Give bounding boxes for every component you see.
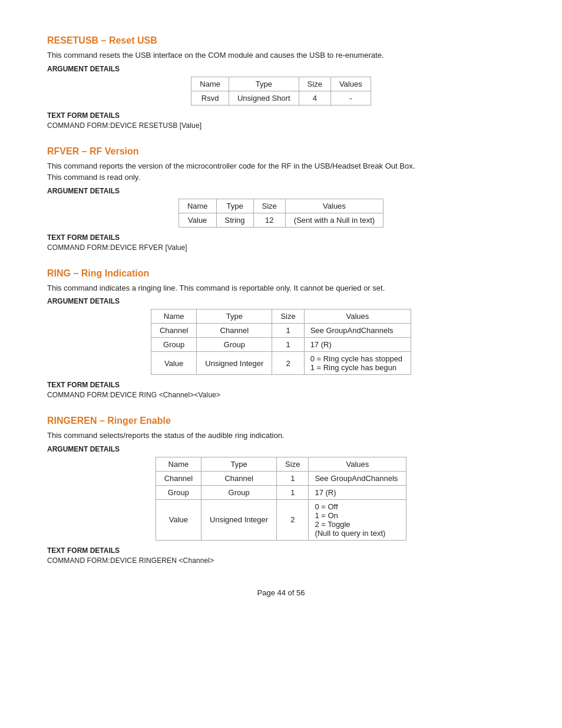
page-footer: Page 44 of 56 <box>47 588 515 597</box>
td-type: Unsigned Short <box>229 91 299 105</box>
table-wrapper-ringeren: Name Type Size Values Channel Channel 1 … <box>47 457 515 541</box>
td-size: 1 <box>277 471 309 485</box>
table-resetusb: Name Type Size Values Rsvd Unsigned Shor… <box>191 77 371 106</box>
table-row: Value Unsigned Integer 2 0 = Ring cycle … <box>151 352 411 375</box>
th-type-rfver: Type <box>216 199 253 213</box>
text-form-label-resetusb: TEXT FORM DETAILS <box>47 111 515 120</box>
text-form-label-ring: TEXT FORM DETAILS <box>47 381 515 389</box>
td-size: 1 <box>272 338 304 352</box>
text-form-value-rfver: COMMAND FORM:DEVICE RFVER [Value] <box>47 243 515 252</box>
td-type: Group <box>201 485 277 499</box>
th-name-ring: Name <box>151 309 196 324</box>
td-type: Unsigned Integer <box>201 499 277 540</box>
table-wrapper-resetusb: Name Type Size Values Rsvd Unsigned Shor… <box>47 77 515 106</box>
section-title-ringeren: RINGEREN – Ringer Enable <box>47 416 515 426</box>
th-type-ringeren: Type <box>201 457 277 471</box>
th-type-resetusb: Type <box>229 77 299 91</box>
table-ring: Name Type Size Values Channel Channel 1 … <box>151 309 411 375</box>
th-size-resetusb: Size <box>299 77 330 91</box>
td-name: Value <box>178 213 216 227</box>
td-size: 2 <box>277 499 309 540</box>
th-size-rfver: Size <box>253 199 285 213</box>
td-values: 0 = Off 1 = On 2 = Toggle (Null to query… <box>309 499 406 540</box>
th-name-rfver: Name <box>178 199 216 213</box>
text-form-value-resetusb: COMMAND FORM:DEVICE RESETUSB [Value] <box>47 121 515 130</box>
th-values-resetusb: Values <box>330 77 371 91</box>
table-row: Channel Channel 1 See GroupAndChannels <box>151 324 411 338</box>
section-ring: RING – Ring Indication This command indi… <box>47 268 515 400</box>
td-size: 1 <box>272 324 304 338</box>
td-size: 1 <box>277 485 309 499</box>
th-values-ring: Values <box>304 309 411 324</box>
td-values: See GroupAndChannels <box>304 324 411 338</box>
td-type: Unsigned Integer <box>197 352 272 375</box>
td-type: Group <box>197 338 272 352</box>
table-row: Value Unsigned Integer 2 0 = Off 1 = On … <box>156 499 406 540</box>
section-title-ring: RING – Ring Indication <box>47 268 515 279</box>
td-values: 17 (R) <box>309 485 406 499</box>
th-type-ring: Type <box>197 309 272 324</box>
arg-label-ring: ARGUMENT DETAILS <box>47 297 515 305</box>
text-form-label-ringeren: TEXT FORM DETAILS <box>47 546 515 555</box>
td-name: Channel <box>151 324 196 338</box>
table-wrapper-ring: Name Type Size Values Channel Channel 1 … <box>47 309 515 375</box>
text-form-value-ring: COMMAND FORM:DEVICE RING <Channel><Value… <box>47 391 515 399</box>
section-desc-rfver: This command reports the version of the … <box>47 160 515 183</box>
td-size: 4 <box>299 91 330 105</box>
td-name: Value <box>156 499 201 540</box>
td-name: Group <box>156 485 201 499</box>
td-values: See GroupAndChannels <box>309 471 406 485</box>
th-name-ringeren: Name <box>156 457 201 471</box>
table-wrapper-rfver: Name Type Size Values Value String 12 (S… <box>47 199 515 228</box>
th-size-ring: Size <box>272 309 304 324</box>
td-type: Channel <box>197 324 272 338</box>
th-size-ringeren: Size <box>277 457 309 471</box>
table-row: Value String 12 (Sent with a Null in tex… <box>178 213 383 227</box>
td-name: Group <box>151 338 196 352</box>
table-row: Group Group 1 17 (R) <box>156 485 406 499</box>
table-row: Group Group 1 17 (R) <box>151 338 411 352</box>
table-ringeren: Name Type Size Values Channel Channel 1 … <box>156 457 407 541</box>
section-resetusb: RESETUSB – Reset USB This command resets… <box>47 35 515 130</box>
section-rfver: RFVER – RF Version This command reports … <box>47 146 515 252</box>
td-name: Value <box>151 352 196 375</box>
section-title-rfver: RFVER – RF Version <box>47 146 515 157</box>
arg-label-resetusb: ARGUMENT DETAILS <box>47 65 515 73</box>
td-type: String <box>216 213 253 227</box>
td-size: 12 <box>253 213 285 227</box>
section-title-resetusb: RESETUSB – Reset USB <box>47 35 515 46</box>
section-desc-ring: This command indicates a ringing line. T… <box>47 282 515 294</box>
td-size: 2 <box>272 352 304 375</box>
td-values: (Sent with a Null in text) <box>285 213 383 227</box>
th-name-resetusb: Name <box>191 77 229 91</box>
td-values: 17 (R) <box>304 338 411 352</box>
table-row: Rsvd Unsigned Short 4 - <box>191 91 371 105</box>
section-ringeren: RINGEREN – Ringer Enable This command se… <box>47 416 515 565</box>
text-form-label-rfver: TEXT FORM DETAILS <box>47 233 515 242</box>
td-type: Channel <box>201 471 277 485</box>
th-values-ringeren: Values <box>309 457 406 471</box>
section-desc-resetusb: This command resets the USB interface on… <box>47 50 515 61</box>
table-row: Channel Channel 1 See GroupAndChannels <box>156 471 406 485</box>
table-rfver: Name Type Size Values Value String 12 (S… <box>178 199 384 228</box>
arg-label-rfver: ARGUMENT DETAILS <box>47 187 515 195</box>
text-form-value-ringeren: COMMAND FORM:DEVICE RINGEREN <Channel> <box>47 556 515 565</box>
section-desc-ringeren: This command selects/reports the status … <box>47 430 515 442</box>
td-values: - <box>330 91 371 105</box>
arg-label-ringeren: ARGUMENT DETAILS <box>47 445 515 453</box>
td-name: Rsvd <box>191 91 229 105</box>
td-values: 0 = Ring cycle has stopped 1 = Ring cycl… <box>304 352 411 375</box>
th-values-rfver: Values <box>285 199 383 213</box>
td-name: Channel <box>156 471 201 485</box>
